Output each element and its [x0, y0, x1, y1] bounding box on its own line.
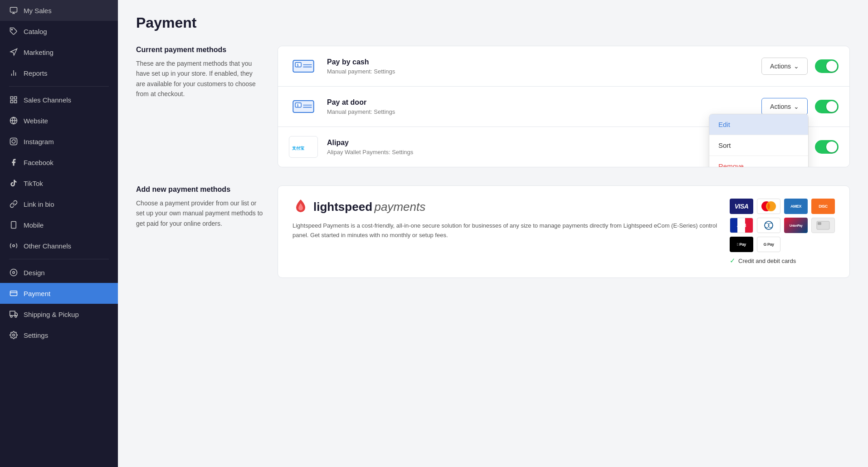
- pay-by-cash-actions-btn[interactable]: Actions ⌄: [761, 58, 808, 75]
- amex-logo: AMEX: [784, 199, 808, 214]
- lightspeed-payments-word: payments: [374, 200, 425, 214]
- pay-by-cash-actions: Actions ⌄: [761, 58, 839, 75]
- sidebar-item-my-sales[interactable]: My Sales: [0, 0, 118, 21]
- add-methods-section: Add new payment methods Choose a payment…: [136, 185, 850, 278]
- visa-logo: VISA: [730, 199, 753, 214]
- svg-rect-44: [818, 222, 821, 225]
- link-icon: [9, 199, 18, 209]
- actions-label-cash: Actions: [770, 63, 791, 70]
- tiktok-icon: [9, 179, 18, 188]
- sidebar-item-settings[interactable]: Settings: [0, 325, 118, 345]
- svg-text:支付宝: 支付宝: [292, 146, 305, 151]
- sidebar-item-design[interactable]: Design: [0, 262, 118, 283]
- dropdown-sort[interactable]: Sort: [709, 135, 808, 156]
- sidebar-item-other-channels[interactable]: Other Channels: [0, 235, 118, 256]
- sidebar-item-reports[interactable]: Reports: [0, 63, 118, 83]
- divider-2: [9, 259, 109, 259]
- check-icon: ✓: [730, 257, 736, 265]
- pay-by-cash-toggle[interactable]: [815, 59, 839, 73]
- sidebar-label-reports: Reports: [24, 69, 48, 77]
- sidebar-label-tiktok: TikTok: [24, 180, 43, 187]
- svg-point-24: [15, 316, 17, 317]
- payment-icon: [9, 289, 18, 298]
- lightspeed-logo-text: lightspeed payments: [313, 200, 425, 214]
- sidebar-label-facebook: Facebook: [24, 159, 54, 166]
- main-content: Payment Current payment methods These ar…: [118, 0, 868, 467]
- payment-card-door: $ Pay at door Manual payment: Settings A…: [278, 87, 849, 127]
- svg-text:$: $: [297, 63, 298, 67]
- credit-label: Credit and debit cards: [738, 258, 796, 264]
- sidebar-label-payment: Payment: [24, 290, 50, 297]
- facebook-icon: [9, 158, 18, 167]
- sidebar-item-tiktok[interactable]: TikTok: [0, 173, 118, 194]
- sidebar-item-website[interactable]: Website: [0, 110, 118, 131]
- current-methods-section: Current payment methods These are the pa…: [136, 46, 850, 167]
- lightspeed-content: lightspeed payments Lightspeed Payments …: [293, 199, 721, 265]
- svg-rect-11: [10, 138, 17, 145]
- alipay-info: Alipay Alipay Wallet Payments: Settings: [327, 139, 761, 156]
- lightspeed-wordmark: lightspeed: [313, 200, 372, 214]
- sidebar-label-website: Website: [24, 117, 48, 125]
- sidebar-label-instagram: Instagram: [24, 138, 54, 146]
- svg-point-25: [13, 334, 15, 336]
- alipay-toggle[interactable]: [815, 140, 839, 154]
- jcb-logo: JCB: [730, 218, 753, 233]
- sidebar-item-sales-channels[interactable]: Sales Channels: [0, 89, 118, 110]
- tag-icon: [9, 27, 18, 36]
- sidebar-label-my-sales: My Sales: [24, 7, 52, 15]
- svg-point-23: [10, 316, 12, 317]
- pay-by-cash-info: Pay by cash Manual payment: Settings: [327, 58, 761, 75]
- sidebar-label-design: Design: [24, 269, 45, 277]
- payment-card-cash: $ Pay by cash Manual payment: Settings A…: [278, 46, 849, 87]
- sidebar-item-facebook[interactable]: Facebook: [0, 152, 118, 173]
- sidebar-item-link-in-bio[interactable]: Link in bio: [0, 194, 118, 214]
- chevron-down-icon-door: ⌄: [794, 103, 799, 110]
- sidebar-item-catalog[interactable]: Catalog: [0, 21, 118, 42]
- chart-icon: [9, 6, 18, 15]
- applepay-logo:  Pay: [730, 237, 753, 252]
- gpay-logo: G Pay: [757, 237, 780, 252]
- sidebar-item-marketing[interactable]: Marketing: [0, 42, 118, 63]
- svg-point-17: [10, 269, 17, 276]
- sidebar-label-sales-channels: Sales Channels: [24, 96, 71, 104]
- svg-point-40: [765, 221, 773, 229]
- card-logos-container: VISA AMEX DISC JCB UnionPay: [730, 199, 835, 265]
- pay-at-door-actions-btn[interactable]: Actions ⌄: [761, 98, 808, 115]
- megaphone-icon: [9, 48, 18, 57]
- diners-logo: [757, 218, 780, 233]
- sidebar-item-shipping[interactable]: Shipping & Pickup: [0, 304, 118, 325]
- pay-at-door-sub: Manual payment: Settings: [327, 108, 761, 115]
- credit-debit-line: ✓ Credit and debit cards: [730, 257, 835, 265]
- alipay-logo: 支付宝: [289, 136, 318, 158]
- svg-point-12: [12, 140, 15, 143]
- sidebar-item-payment[interactable]: Payment: [0, 283, 118, 304]
- svg-rect-5: [10, 97, 13, 99]
- dropdown-remove[interactable]: Remove: [709, 156, 808, 167]
- alipay-icon: 支付宝: [289, 136, 318, 158]
- sidebar-label-marketing: Marketing: [24, 49, 54, 56]
- svg-marker-22: [15, 313, 17, 316]
- sidebar-label-other-channels: Other Channels: [24, 242, 71, 250]
- sidebar-label-shipping: Shipping & Pickup: [24, 311, 79, 318]
- discover-logo: DISC: [811, 199, 835, 214]
- globe-icon: [9, 116, 18, 125]
- sidebar-label-settings: Settings: [24, 331, 48, 339]
- alipay-sub: Alipay Wallet Payments: Settings: [327, 149, 761, 156]
- sidebar-item-instagram[interactable]: Instagram: [0, 131, 118, 152]
- lightspeed-flame-icon: [293, 199, 309, 215]
- lightspeed-description: Lightspeed Payments is a cost-friendly, …: [293, 221, 721, 240]
- unionpay-logo: UnionPay: [784, 218, 808, 233]
- grid-icon: [9, 95, 18, 104]
- actions-label-door: Actions: [770, 103, 791, 110]
- pay-by-cash-sub: Manual payment: Settings: [327, 68, 761, 75]
- dropdown-edit[interactable]: Edit: [709, 114, 808, 135]
- sidebar-item-mobile[interactable]: Mobile: [0, 214, 118, 235]
- pay-at-door-actions: Actions ⌄: [761, 98, 839, 115]
- svg-rect-19: [10, 291, 17, 296]
- page-title: Payment: [136, 15, 850, 31]
- svg-point-1: [11, 29, 12, 30]
- sidebar-label-link-in-bio: Link in bio: [24, 200, 54, 208]
- sidebar-label-catalog: Catalog: [24, 28, 47, 35]
- svg-rect-7: [10, 101, 13, 103]
- pay-at-door-toggle[interactable]: [815, 100, 839, 113]
